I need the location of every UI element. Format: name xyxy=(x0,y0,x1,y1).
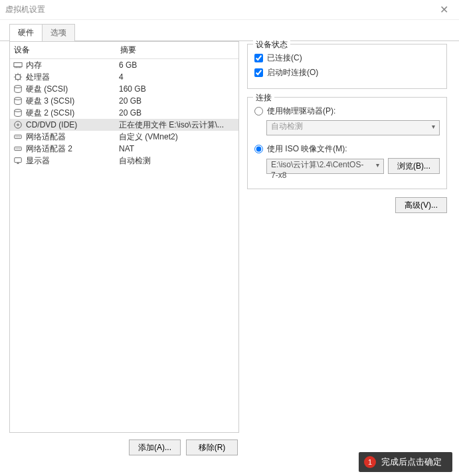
hardware-row[interactable]: 网络适配器 2NAT xyxy=(10,143,238,155)
memory-icon xyxy=(13,60,23,70)
svg-point-4 xyxy=(15,110,22,112)
hardware-list-header: 设备 摘要 xyxy=(10,42,238,59)
svg-point-2 xyxy=(15,86,22,88)
net-icon xyxy=(13,143,23,154)
use-iso-label: 使用 ISO 映像文件(M): xyxy=(267,143,347,155)
svg-rect-1 xyxy=(16,75,21,80)
disk-icon xyxy=(13,96,23,106)
tab-strip: 硬件 选项 xyxy=(9,24,459,41)
hardware-row[interactable]: 内存6 GB xyxy=(10,59,238,71)
device-status-group: 设备状态 已连接(C) 启动时连接(O) xyxy=(247,44,447,89)
hw-summary: 自动检测 xyxy=(119,155,236,167)
svg-rect-0 xyxy=(14,63,22,67)
use-iso-radio-row[interactable]: 使用 ISO 映像文件(M): xyxy=(254,142,440,155)
hw-name: 网络适配器 2 xyxy=(26,143,119,155)
col-device[interactable]: 设备 xyxy=(10,42,116,58)
physical-drive-select: 自动检测 xyxy=(266,120,440,135)
cpu-icon xyxy=(13,72,23,82)
hardware-row[interactable]: 硬盘 (SCSI)160 GB xyxy=(10,83,238,95)
net-icon xyxy=(13,131,23,142)
hw-summary: 4 xyxy=(119,72,236,82)
hardware-list: 设备 摘要 内存6 GB处理器4硬盘 (SCSI)160 GB硬盘 3 (SCS… xyxy=(9,41,239,433)
hw-name: 硬盘 (SCSI) xyxy=(26,84,119,95)
svg-point-3 xyxy=(15,98,22,100)
hw-summary: 160 GB xyxy=(119,84,236,94)
use-physical-radio-row[interactable]: 使用物理驱动器(P): xyxy=(254,104,440,118)
hw-name: 网络适配器 xyxy=(26,131,119,143)
use-physical-label: 使用物理驱动器(P): xyxy=(267,106,335,117)
device-status-legend: 设备状态 xyxy=(253,39,290,50)
browse-button[interactable]: 浏览(B)... xyxy=(388,158,440,174)
hardware-row[interactable]: 处理器4 xyxy=(10,71,238,83)
hw-summary: 6 GB xyxy=(119,60,236,70)
col-summary[interactable]: 摘要 xyxy=(116,42,238,58)
hw-summary: 自定义 (VMnet2) xyxy=(119,131,236,143)
tip-banner: 1 完成后点击确定 xyxy=(359,452,452,472)
hw-summary: NAT xyxy=(119,144,236,153)
use-physical-radio[interactable] xyxy=(254,107,263,116)
hardware-row[interactable]: 硬盘 3 (SCSI)20 GB xyxy=(10,95,238,107)
connection-legend: 连接 xyxy=(253,92,274,104)
hw-summary: 正在使用文件 E:\iso\云计算\... xyxy=(119,119,236,131)
window-title: 虚拟机设置 xyxy=(5,4,434,15)
hardware-row[interactable]: 显示器自动检测 xyxy=(10,155,238,167)
connected-checkbox-row[interactable]: 已连接(C) xyxy=(254,51,440,64)
hardware-row[interactable]: CD/DVD (IDE)正在使用文件 E:\iso\云计算\... xyxy=(10,119,238,131)
hw-name: CD/DVD (IDE) xyxy=(26,120,119,129)
svg-point-5 xyxy=(15,121,22,129)
disk-icon xyxy=(13,108,23,118)
hw-name: 硬盘 3 (SCSI) xyxy=(26,96,119,107)
titlebar: 虚拟机设置 ✕ xyxy=(0,0,459,20)
connect-at-power-checkbox[interactable] xyxy=(254,68,263,77)
tab-options[interactable]: 选项 xyxy=(42,24,75,41)
connect-at-power-label: 启动时连接(O) xyxy=(267,67,318,78)
connect-at-power-row[interactable]: 启动时连接(O) xyxy=(254,66,440,79)
tip-text: 完成后点击确定 xyxy=(381,456,442,468)
hardware-row[interactable]: 网络适配器自定义 (VMnet2) xyxy=(10,131,238,143)
tab-hardware[interactable]: 硬件 xyxy=(9,24,43,41)
hw-name: 显示器 xyxy=(26,155,119,167)
connection-group: 连接 使用物理驱动器(P): 自动检测 使用 ISO 映像文件(M): E:\i… xyxy=(247,97,447,189)
iso-path-select[interactable]: E:\iso\云计算\2.4\CentOS-7-x8 xyxy=(266,159,384,174)
tip-badge: 1 xyxy=(364,456,376,468)
svg-point-6 xyxy=(17,124,19,126)
close-icon[interactable]: ✕ xyxy=(434,3,454,16)
disk-icon xyxy=(13,84,23,94)
hw-summary: 20 GB xyxy=(119,108,236,118)
connected-checkbox[interactable] xyxy=(254,54,263,62)
hw-name: 处理器 xyxy=(26,72,119,83)
svg-rect-9 xyxy=(15,158,22,163)
advanced-button[interactable]: 高级(V)... xyxy=(395,197,447,213)
cd-icon xyxy=(13,119,23,130)
display-icon xyxy=(13,155,23,166)
remove-button[interactable]: 移除(R) xyxy=(186,439,238,455)
hw-name: 内存 xyxy=(26,60,119,71)
connected-label: 已连接(C) xyxy=(267,52,302,64)
hw-name: 硬盘 2 (SCSI) xyxy=(26,108,119,119)
use-iso-radio[interactable] xyxy=(254,145,263,153)
add-button[interactable]: 添加(A)... xyxy=(129,439,181,455)
hw-summary: 20 GB xyxy=(119,96,236,106)
hardware-row[interactable]: 硬盘 2 (SCSI)20 GB xyxy=(10,107,238,119)
